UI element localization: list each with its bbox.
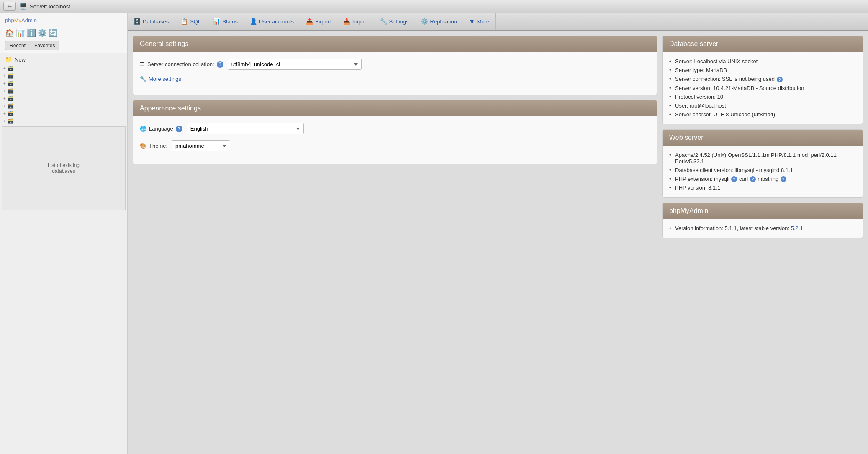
web-server-header: Web server: [663, 130, 863, 146]
ssl-info-icon[interactable]: ?: [777, 77, 783, 82]
tab-databases[interactable]: 🗄️ Databases: [128, 13, 175, 30]
sidebar-content: 📁 New + 🗃️ + 🗃️ + 🗃️ + 🗃️ + 🗃: [0, 53, 127, 454]
wrench-icon: 🔧: [140, 76, 146, 82]
favorites-button[interactable]: Favorites: [30, 41, 59, 50]
appearance-settings-panel: Appearance settings 🌐 Language ? English: [133, 100, 657, 164]
back-button[interactable]: ←: [3, 2, 16, 11]
list-item: Server connection: SSL is not being used…: [669, 74, 856, 84]
collation-label: ☰ Server connection collation: ?: [140, 61, 223, 68]
logo-area: phpMyAdmin: [0, 13, 127, 27]
phpmyadmin-body: Version information: 5.1.1, latest stabl…: [663, 219, 863, 238]
list-item: Server: Localhost via UNIX socket: [669, 57, 856, 66]
tab-more-label: More: [477, 18, 490, 25]
expand-icon: +: [3, 111, 6, 116]
recent-button[interactable]: Recent: [5, 41, 30, 50]
server-icon: 🖥️: [19, 3, 26, 10]
server-charset: Server charset: UTF-8 Unicode (utf8mb4): [675, 111, 775, 118]
protocol-version: Protocol version: 10: [675, 94, 723, 100]
list-item[interactable]: + 🗃️: [0, 110, 127, 117]
db-icon: 🗃️: [8, 118, 14, 124]
collation-icon: ☰: [140, 61, 145, 67]
language-help-icon[interactable]: ?: [176, 126, 182, 132]
expand-icon: +: [3, 119, 6, 123]
title-bar: ← 🖥️ Server: localhost: [0, 0, 868, 13]
settings-icon[interactable]: ⚙️: [38, 28, 47, 38]
tab-status[interactable]: 📊 Status: [207, 13, 244, 30]
list-item: Database client version: libmysql - mysq…: [669, 166, 856, 174]
databases-icon: 🗄️: [134, 18, 141, 25]
list-item[interactable]: + 🗃️: [0, 72, 127, 80]
php-extension-label: PHP extension: mysqli: [675, 176, 729, 182]
collation-help-icon[interactable]: ?: [217, 61, 223, 68]
theme-select[interactable]: pmahomme original: [172, 140, 230, 151]
refresh-icon[interactable]: 🔄: [49, 28, 58, 38]
logo-my: My: [14, 17, 21, 23]
sql-icon: 📋: [181, 18, 188, 25]
web-server-title: Web server: [669, 134, 704, 141]
expand-icon: +: [3, 89, 6, 93]
list-item[interactable]: + 🗃️: [0, 95, 127, 102]
list-item: PHP extension: mysqli ? curl ? mbstring …: [669, 174, 856, 184]
left-panels: General settings ☰ Server connection col…: [133, 36, 657, 449]
list-item[interactable]: + 🗃️: [0, 117, 127, 125]
latest-version-link[interactable]: 5.2.1: [791, 225, 803, 231]
tab-import-label: Import: [352, 18, 368, 25]
status-icon: 📊: [213, 18, 220, 25]
new-database-item[interactable]: 📁 New: [0, 54, 127, 64]
list-item[interactable]: + 🗃️: [0, 64, 127, 72]
collation-select[interactable]: utf8mb4_unicode_ci: [228, 59, 362, 70]
language-select[interactable]: English: [187, 123, 304, 134]
list-item: PHP version: 8.1.1: [669, 183, 856, 192]
version-info-text: Version information: 5.1.1, latest stabl…: [675, 225, 791, 231]
list-item: Server charset: UTF-8 Unicode (utf8mb4): [669, 110, 856, 119]
server-type: Server type: MariaDB: [675, 67, 727, 73]
tab-replication[interactable]: ⚙️ Replication: [415, 13, 463, 30]
right-panels: Database server Server: Localhost via UN…: [662, 36, 863, 449]
home-icon[interactable]: 🏠: [5, 28, 14, 38]
mysqli-info-icon[interactable]: ?: [731, 176, 737, 182]
db-icon: 🗃️: [8, 73, 14, 79]
language-label: 🌐 Language ?: [140, 126, 182, 132]
list-item: Protocol version: 10: [669, 92, 856, 101]
db-icon: 🗃️: [8, 80, 14, 86]
list-item[interactable]: + 🗃️: [0, 102, 127, 110]
tab-sql-label: SQL: [190, 18, 201, 25]
tab-import[interactable]: 📥 Import: [337, 13, 374, 30]
logo: phpMyAdmin: [5, 17, 122, 23]
phpmyadmin-panel: phpMyAdmin Version information: 5.1.1, l…: [662, 203, 863, 238]
tab-export[interactable]: 📤 Export: [300, 13, 337, 30]
web-server-list: Apache/2.4.52 (Unix) OpenSSL/1.1.1m PHP/…: [669, 151, 856, 192]
sidebar-nav: Recent Favorites: [0, 41, 127, 53]
settings-tab-icon: 🔧: [380, 18, 387, 25]
export-icon: 📤: [306, 18, 313, 25]
database-server-header: Database server: [663, 36, 863, 52]
list-item[interactable]: + 🗃️: [0, 80, 127, 87]
list-item[interactable]: + 🗃️: [0, 87, 127, 95]
sidebar-icons: 🏠 📊 ℹ️ ⚙️ 🔄: [0, 27, 127, 41]
curl-info-icon[interactable]: ?: [750, 176, 756, 182]
list-item: Version information: 5.1.1, latest stabl…: [669, 224, 856, 233]
expand-icon: +: [3, 104, 6, 108]
info-icon[interactable]: ℹ️: [27, 28, 36, 38]
php-version: PHP version: 8.1.1: [675, 185, 720, 191]
app-container: phpMyAdmin 🏠 📊 ℹ️ ⚙️ 🔄 Recent Favorites …: [0, 13, 868, 454]
more-dropdown-icon: ▼: [469, 18, 475, 25]
more-settings-row: 🔧 More settings: [140, 76, 650, 82]
general-settings-panel: General settings ☰ Server connection col…: [133, 36, 657, 95]
more-settings-label: More settings: [149, 76, 181, 82]
sidebar: phpMyAdmin 🏠 📊 ℹ️ ⚙️ 🔄 Recent Favorites …: [0, 13, 128, 454]
chart-icon[interactable]: 📊: [16, 28, 25, 38]
tab-more[interactable]: ▼ More: [463, 13, 496, 30]
language-label-text: Language: [149, 126, 173, 132]
expand-icon: +: [3, 66, 6, 71]
theme-icon: 🎨: [140, 143, 146, 149]
logo-admin: Admin: [21, 17, 37, 23]
tab-settings[interactable]: 🔧 Settings: [374, 13, 415, 30]
db-icon: 🗃️: [8, 65, 14, 71]
title-label: Server: localhost: [30, 3, 70, 10]
more-settings-link[interactable]: 🔧 More settings: [140, 76, 181, 82]
tab-sql[interactable]: 📋 SQL: [175, 13, 207, 30]
tab-user-accounts[interactable]: 👤 User accounts: [244, 13, 300, 30]
db-icon: 🗃️: [8, 95, 14, 101]
mbstring-info-icon[interactable]: ?: [781, 176, 786, 182]
